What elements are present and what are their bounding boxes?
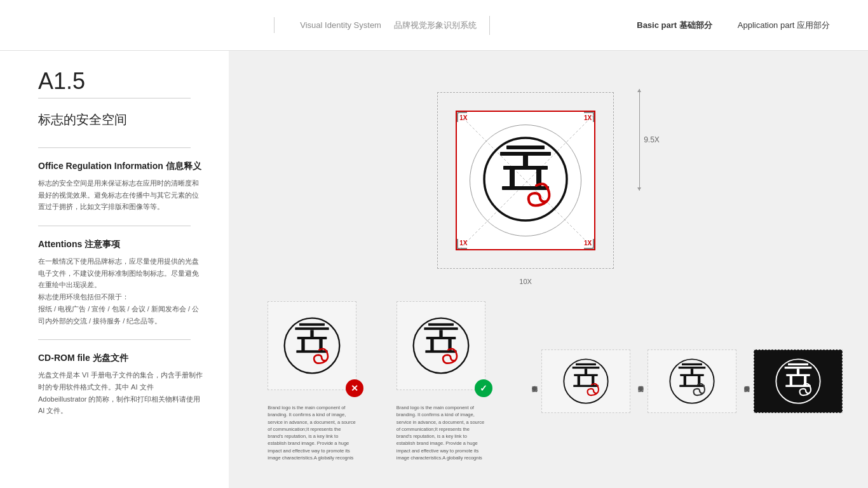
measure-line-vertical: [639, 89, 640, 191]
measure-side-label: 9.5X: [644, 135, 660, 144]
svg-point-2: [484, 138, 567, 220]
header-title-cn: 品牌视觉形象识别系统: [394, 20, 477, 31]
usage-right-logo: [409, 314, 473, 377]
sidebar: A1.5 标志的安全空间 Office Regulation Informati…: [0, 51, 229, 488]
main: A1.5 标志的安全空间 Office Regulation Informati…: [0, 51, 868, 488]
svg-rect-20: [424, 327, 458, 330]
svg-rect-36: [679, 367, 706, 369]
usage-wrong-panel: ✕ Brand logo is the main component of br…: [254, 301, 370, 461]
variant-reverse: 反白稿安全空间: [743, 349, 843, 413]
variant-reverse-box: [754, 349, 843, 413]
svg-rect-15: [302, 339, 305, 351]
bracket-bl: [457, 239, 467, 249]
logo-diagram-wrapper: 1X 1X 1X 1X: [437, 70, 614, 285]
logo-red-border-box: 1X 1X 1X 1X: [456, 111, 595, 250]
bracket-tr: [584, 112, 594, 122]
header-mid-divider: [489, 16, 490, 35]
sidebar-block-regulation: Office Regulation Information 信息释义 标志的安全…: [38, 161, 203, 213]
svg-rect-35: [682, 363, 702, 365]
variant-ink: 墨稿安全空间: [637, 349, 736, 413]
sidebar-divider-2: [38, 226, 191, 226]
usage-right-box: ✓: [397, 301, 485, 390]
svg-rect-37: [691, 369, 693, 375]
svg-rect-19: [428, 323, 454, 326]
sidebar-cdrom-title: CD-ROM file 光盘文件: [38, 353, 203, 364]
svg-point-34: [670, 359, 714, 403]
sidebar-block-cdrom: CD-ROM file 光盘文件 光盘文件是本 VI 手册电子文件的集合，内含手…: [38, 353, 203, 417]
usage-wrong-box: ✕: [268, 301, 356, 390]
svg-point-42: [776, 359, 820, 403]
svg-rect-45: [797, 369, 799, 375]
svg-rect-3: [506, 146, 545, 149]
measure-right: 9.5X: [639, 89, 660, 191]
logo-symbol: [478, 132, 573, 229]
logo-dashed-outer: 1X 1X 1X 1X: [437, 92, 614, 269]
svg-rect-33: [573, 385, 598, 387]
svg-rect-27: [576, 363, 596, 365]
svg-rect-41: [679, 385, 704, 387]
svg-rect-4: [500, 152, 551, 156]
svg-rect-6: [503, 166, 548, 170]
svg-rect-28: [573, 367, 600, 369]
header-top-divider: [274, 17, 275, 33]
svg-point-18: [413, 318, 468, 374]
measure-bottom-label: 10X: [519, 278, 532, 285]
logo-main-svg: [478, 132, 573, 227]
sidebar-regulation-title: Office Regulation Information 信息释义: [38, 161, 203, 172]
svg-rect-14: [297, 337, 327, 339]
svg-rect-12: [295, 327, 329, 330]
svg-rect-49: [785, 385, 810, 387]
svg-point-26: [564, 359, 607, 403]
svg-rect-38: [680, 374, 703, 376]
svg-point-10: [285, 318, 340, 374]
usage-wrong-text: Brand logo is the main component of bran…: [268, 404, 356, 461]
variant-ink-box: [648, 349, 736, 413]
usage-right-panel: ✓ Brand logo is the main component of br…: [383, 301, 499, 461]
status-right-icon: ✓: [475, 379, 492, 397]
svg-rect-23: [430, 339, 433, 351]
svg-rect-5: [523, 156, 528, 167]
svg-rect-9: [502, 186, 549, 190]
bottom-section: ✕ Brand logo is the main component of br…: [254, 301, 843, 461]
sidebar-attentions-text: 在一般情况下使用品牌标志，应尽量使用提供的光盘电子文件，不建议使用标准制图绘制标…: [38, 255, 203, 327]
logo-diagram-section: 1X 1X 1X 1X: [254, 70, 843, 285]
svg-rect-17: [297, 350, 328, 353]
sidebar-top-line: [38, 98, 191, 98]
header: Visual Identity System 品牌视觉形象识别系统 Basic …: [0, 0, 868, 51]
usage-wrong-logo: [280, 314, 344, 377]
svg-rect-21: [439, 330, 442, 337]
sidebar-regulation-text: 标志的安全空间是用来保证标志在应用时的清晰度和最好的视觉效果。避免标志在传播中与…: [38, 177, 203, 213]
svg-rect-13: [311, 330, 314, 337]
svg-rect-44: [785, 367, 812, 369]
svg-rect-46: [786, 374, 810, 376]
sidebar-divider-1: [38, 147, 191, 148]
usage-right-text: Brand logo is the main component of bran…: [397, 404, 485, 461]
sidebar-attentions-title: Attentions 注意事项: [38, 239, 203, 250]
svg-rect-7: [510, 170, 515, 187]
sidebar-cdrom-text: 光盘文件是本 VI 手册电子文件的集合，内含手册制作时的专用软件格式文件。其中 …: [38, 369, 203, 417]
bracket-tl: [457, 112, 467, 122]
variant-ink-svg: [667, 356, 717, 407]
svg-rect-31: [578, 376, 580, 386]
sidebar-block-attentions: Attentions 注意事项 在一般情况下使用品牌标志，应尽量使用提供的光盘电…: [38, 239, 203, 327]
svg-rect-43: [788, 363, 808, 365]
svg-rect-30: [574, 374, 597, 376]
sidebar-section-title: 标志的安全空间: [38, 111, 203, 128]
header-title-en: Visual Identity System: [300, 20, 381, 30]
variant-color-box: [541, 349, 630, 413]
content-area: 1X 1X 1X 1X: [229, 51, 868, 488]
logo-diagram-container: 1X 1X 1X 1X: [437, 92, 614, 271]
page-number: A1.5: [38, 70, 203, 93]
svg-rect-25: [425, 350, 456, 353]
variant-reverse-svg: [773, 356, 824, 407]
svg-rect-29: [585, 369, 587, 375]
nav-application[interactable]: Application part 应用部分: [738, 20, 830, 31]
variant-color: 色彩稿安全空间: [531, 349, 630, 413]
svg-rect-47: [790, 376, 792, 386]
variant-color-svg: [560, 356, 611, 407]
svg-rect-39: [684, 376, 686, 386]
svg-rect-11: [299, 323, 325, 326]
sidebar-divider-3: [38, 339, 191, 340]
bracket-br: [584, 239, 594, 249]
svg-rect-22: [426, 337, 456, 339]
